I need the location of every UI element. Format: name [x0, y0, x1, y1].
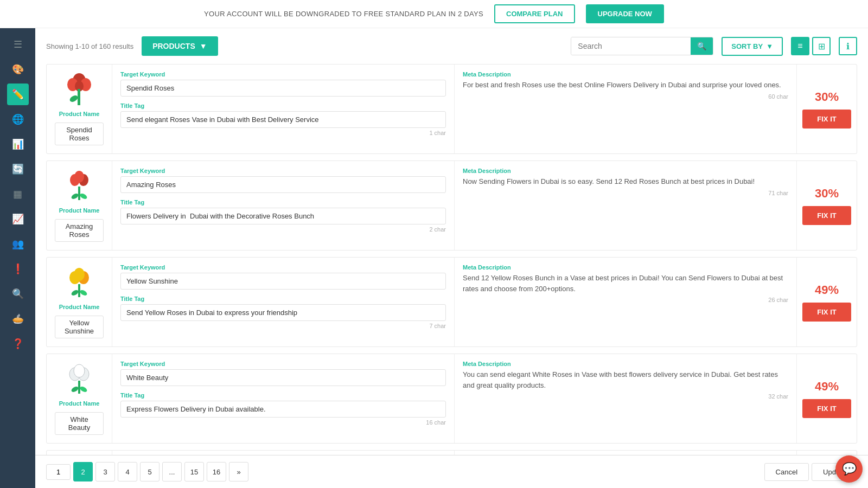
grid-view-button[interactable]: ⊞: [812, 37, 831, 55]
meta-description-label: Meta Description: [463, 71, 788, 78]
page-2-button[interactable]: 2: [73, 462, 93, 481]
meta-description-col: Meta Description Send 12 Yellow Roses Bu…: [455, 258, 797, 346]
svg-point-11: [79, 192, 88, 200]
fix-it-button[interactable]: FIX IT: [802, 399, 851, 418]
info-button[interactable]: ℹ: [839, 37, 857, 55]
fix-it-button[interactable]: FIX IT: [802, 303, 851, 322]
page-number-input[interactable]: [46, 464, 71, 480]
sidebar-alert-icon[interactable]: ❗: [7, 258, 29, 280]
svg-point-16: [71, 289, 79, 297]
products-list: Product Name Spendid Roses Target Keywor…: [46, 64, 857, 488]
sidebar-search-icon[interactable]: 🔍: [7, 283, 29, 305]
title-tag-input[interactable]: [120, 401, 446, 418]
meta-description-col: Meta Description Now Sending Flowers in …: [455, 161, 797, 250]
sidebar-pie-icon[interactable]: 🥧: [7, 308, 29, 330]
svg-point-22: [71, 386, 79, 393]
target-keyword-label: Target Keyword: [120, 168, 446, 174]
meta-description-label: Meta Description: [463, 264, 788, 271]
sidebar-trending-icon[interactable]: 📈: [7, 208, 29, 230]
upgrade-now-button[interactable]: UPGRADE NOW: [586, 4, 664, 23]
title-tag-label: Title Tag: [120, 199, 446, 206]
product-name-value: White Beauty: [55, 412, 104, 435]
target-keyword-label: Target Keyword: [120, 361, 446, 367]
product-image: [63, 266, 95, 298]
page-ellipsis: ...: [162, 462, 182, 481]
sidebar-chart-icon[interactable]: 📊: [7, 133, 29, 155]
content-area: Showing 1-10 of 160 results PRODUCTS ▼ 🔍…: [35, 28, 868, 488]
sidebar: ☰ 🎨 ✏️ 🌐 📊 🔄 ▦ 📈 👥 ❗ 🔍 🥧 ❓: [0, 28, 35, 488]
cancel-button[interactable]: Cancel: [764, 463, 809, 481]
target-keyword-input[interactable]: [120, 80, 446, 97]
fix-it-button[interactable]: FIX IT: [802, 206, 851, 225]
main-layout: ☰ 🎨 ✏️ 🌐 📊 🔄 ▦ 📈 👥 ❗ 🔍 🥧 ❓ Showing 1-10 …: [0, 28, 868, 488]
product-name-value: Spendid Roses: [55, 123, 104, 145]
svg-rect-15: [78, 284, 80, 297]
toolbar: Showing 1-10 of 160 results PRODUCTS ▼ 🔍…: [46, 36, 857, 56]
product-name-value: Amazing Roses: [55, 219, 104, 242]
title-tag-input[interactable]: [120, 208, 446, 224]
score-percentage: 30%: [815, 90, 839, 104]
sidebar-edit-icon[interactable]: ✏️: [7, 84, 29, 105]
score-percentage: 49%: [815, 283, 839, 297]
svg-point-20: [74, 364, 85, 377]
search-box: 🔍: [571, 37, 713, 55]
sidebar-globe-icon[interactable]: 🌐: [7, 108, 29, 130]
title-tag-label: Title Tag: [120, 102, 446, 109]
title-char-count: 1 char: [120, 130, 446, 136]
score-percentage: 30%: [815, 187, 839, 201]
product-row: Product Name Amazing Roses Target Keywor…: [46, 160, 857, 251]
page-3-button[interactable]: 3: [95, 462, 115, 481]
compare-plan-button[interactable]: COMPARE PLAN: [494, 4, 575, 23]
fix-it-button[interactable]: FIX IT: [802, 110, 851, 129]
products-dropdown-button[interactable]: PRODUCTS ▼: [142, 36, 218, 56]
banner-text: YOUR ACCOUNT WILL BE DOWNGRADED TO FREE …: [204, 10, 483, 18]
meta-char-count: 60 char: [463, 93, 788, 100]
sidebar-table-icon[interactable]: ▦: [7, 183, 29, 205]
sort-by-button[interactable]: SORT BY ▼: [722, 37, 783, 56]
svg-rect-9: [78, 187, 80, 200]
target-keyword-input[interactable]: [120, 369, 446, 386]
score-col: 49% FIX IT: [797, 258, 857, 346]
sidebar-palette-icon[interactable]: 🎨: [7, 59, 29, 80]
page-5-button[interactable]: 5: [140, 462, 159, 481]
svg-point-5: [69, 94, 79, 104]
target-keyword-input[interactable]: [120, 273, 446, 290]
title-char-count: 2 char: [120, 226, 446, 233]
page-4-button[interactable]: 4: [118, 462, 137, 481]
sidebar-menu-icon[interactable]: ☰: [7, 34, 29, 55]
target-keyword-input[interactable]: [120, 176, 446, 193]
svg-point-10: [71, 192, 79, 200]
product-image-col: Product Name Spendid Roses: [47, 65, 112, 153]
page-15-button[interactable]: 15: [184, 462, 204, 481]
meta-description-col: Meta Description For best and fresh Rose…: [455, 65, 797, 153]
title-tag-input[interactable]: [120, 304, 446, 321]
svg-rect-4: [78, 89, 80, 105]
list-view-button[interactable]: ≡: [791, 37, 809, 55]
product-row: Product Name Spendid Roses Target Keywor…: [46, 64, 857, 154]
product-fields-col: Target Keyword Title Tag 16 char: [112, 354, 455, 443]
meta-char-count: 26 char: [463, 297, 788, 303]
page-16-button[interactable]: 16: [207, 462, 226, 481]
sidebar-people-icon[interactable]: 👥: [7, 233, 29, 255]
meta-char-count: 32 char: [463, 393, 788, 400]
pagination-bar: 2 3 4 5 ... 15 16 » Cancel Update: [35, 455, 868, 488]
search-input[interactable]: [571, 37, 691, 55]
meta-description-text: Send 12 Yellow Roses Bunch in a Vase at …: [463, 273, 788, 294]
svg-rect-21: [78, 381, 80, 394]
product-image-col: Product Name White Beauty: [47, 354, 112, 443]
chat-button[interactable]: 💬: [835, 455, 863, 483]
product-name-label: Product Name: [59, 304, 100, 310]
title-tag-label: Title Tag: [120, 392, 446, 399]
sidebar-help-icon[interactable]: ❓: [7, 333, 29, 355]
results-count: Showing 1-10 of 160 results: [46, 42, 133, 50]
chevron-down-icon: ▼: [766, 42, 773, 50]
search-button[interactable]: 🔍: [691, 37, 713, 55]
meta-description-label: Meta Description: [463, 361, 788, 367]
sidebar-refresh-icon[interactable]: 🔄: [7, 158, 29, 180]
product-image: [63, 73, 95, 105]
product-row: Product Name White Beauty Target Keyword…: [46, 354, 857, 444]
svg-point-23: [79, 386, 88, 393]
page-next-button[interactable]: »: [229, 462, 248, 481]
title-tag-input[interactable]: [120, 111, 446, 128]
svg-point-8: [74, 171, 84, 183]
